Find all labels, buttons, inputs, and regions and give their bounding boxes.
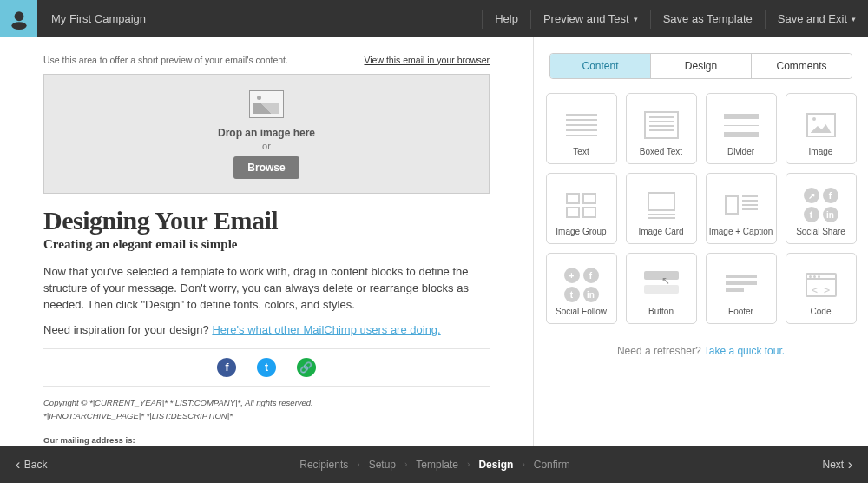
footer-copyright: Copyright © *|CURRENT_YEAR|* *|LIST:COMP…: [43, 397, 490, 409]
footer-archive: *|IFNOT:ARCHIVE_PAGE|* *|LIST:DESCRIPTIO…: [43, 410, 490, 422]
preheader-row: Use this area to offer a short preview o…: [43, 53, 490, 74]
block-image-caption[interactable]: Image + Caption: [706, 173, 777, 244]
email-canvas[interactable]: Use this area to offer a short preview o…: [0, 37, 533, 446]
next-button[interactable]: Next: [823, 457, 852, 473]
sidebar-panel: Content Design Comments Text Boxed Text …: [533, 37, 868, 446]
step-confirm[interactable]: Confirm: [530, 459, 574, 471]
social-block[interactable]: f t 🔗: [43, 348, 490, 387]
email-footer[interactable]: Copyright © *|CURRENT_YEAR|* *|LIST:COMP…: [43, 397, 490, 446]
block-social-share[interactable]: ftinSocial Share: [786, 173, 857, 244]
svg-point-1: [11, 22, 26, 30]
save-exit-menu[interactable]: Save and Exit▾: [765, 10, 868, 29]
content-block-grid: Text Boxed Text Divider Image Image Grou…: [534, 93, 868, 324]
refresher-text: Need a refresher? Take a quick tour.: [534, 345, 868, 357]
step-recipients[interactable]: Recipients: [296, 459, 352, 471]
block-image-card[interactable]: Image Card: [626, 173, 697, 244]
facebook-icon[interactable]: f: [217, 358, 236, 377]
chevron-down-icon: ▾: [634, 15, 638, 23]
block-code[interactable]: < >Code: [786, 253, 857, 324]
top-bar: My First Campaign Help Preview and Test▾…: [0, 0, 868, 37]
chevron-down-icon: ▾: [852, 15, 856, 23]
block-text[interactable]: Text: [546, 93, 617, 164]
block-button[interactable]: ↖Button: [626, 253, 697, 324]
email-subheading[interactable]: Creating an elegant email is simple: [43, 237, 490, 252]
svg-point-0: [14, 11, 23, 21]
tab-content[interactable]: Content: [550, 54, 651, 78]
block-footer[interactable]: Footer: [706, 253, 777, 324]
browse-button[interactable]: Browse: [233, 156, 299, 179]
view-in-browser-link[interactable]: View this email in your browser: [364, 55, 490, 65]
twitter-icon[interactable]: t: [257, 358, 276, 377]
email-body-2[interactable]: Need inspiration for your design? Here's…: [43, 322, 490, 339]
tab-design[interactable]: Design: [651, 54, 752, 78]
block-boxed-text[interactable]: Boxed Text: [626, 93, 697, 164]
block-social-follow[interactable]: ftinSocial Follow: [546, 253, 617, 324]
inspiration-link[interactable]: Here's what other MailChimp users are do…: [212, 323, 440, 336]
save-exit-label: Save and Exit: [778, 12, 847, 25]
panel-tabs: Content Design Comments: [549, 53, 852, 79]
bottom-bar: Back Recipients› Setup› Template› Design…: [0, 446, 868, 483]
preheader-hint: Use this area to offer a short preview o…: [43, 55, 288, 65]
email-body-1[interactable]: Now that you've selected a template to w…: [43, 264, 490, 314]
image-dropzone[interactable]: Drop an image here or Browse: [43, 74, 490, 194]
tab-comments[interactable]: Comments: [752, 54, 852, 78]
block-image[interactable]: Image: [786, 93, 857, 164]
step-template[interactable]: Template: [412, 459, 462, 471]
preview-test-label: Preview and Test: [543, 12, 629, 25]
wizard-steps: Recipients› Setup› Template› Design› Con…: [47, 459, 822, 471]
save-template-button[interactable]: Save as Template: [650, 10, 765, 29]
quick-tour-link[interactable]: Take a quick tour.: [704, 345, 785, 357]
block-image-group[interactable]: Image Group: [546, 173, 617, 244]
help-link[interactable]: Help: [482, 10, 530, 29]
campaign-title: My First Campaign: [51, 12, 146, 25]
preview-test-menu[interactable]: Preview and Test▾: [530, 10, 650, 29]
dropzone-or: or: [44, 141, 489, 151]
step-setup[interactable]: Setup: [365, 459, 399, 471]
footer-address-label: Our mailing address is:: [43, 434, 490, 446]
image-placeholder-icon: [249, 90, 284, 118]
back-button[interactable]: Back: [16, 457, 47, 473]
app-logo[interactable]: [0, 0, 37, 37]
link-icon[interactable]: 🔗: [297, 358, 316, 377]
block-divider[interactable]: Divider: [706, 93, 777, 164]
step-design[interactable]: Design: [475, 459, 516, 471]
dropzone-title: Drop an image here: [44, 127, 489, 139]
email-body-2-text: Need inspiration for your design?: [43, 323, 212, 336]
email-heading[interactable]: Designing Your Email: [43, 206, 490, 235]
